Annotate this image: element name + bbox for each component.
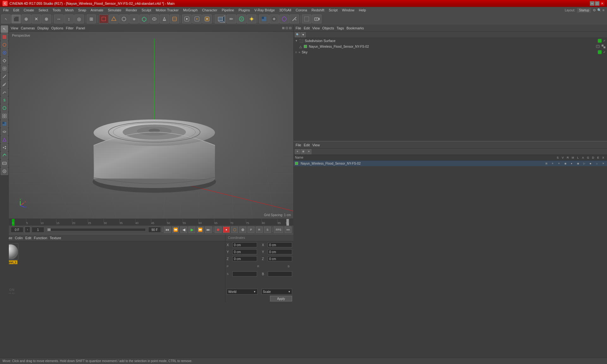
transform-mode-dropdown[interactable]: Scale ▼ bbox=[261, 289, 292, 294]
viewport-canvas[interactable] bbox=[9, 32, 293, 219]
attr-view-menu[interactable]: View bbox=[312, 143, 320, 147]
tree-tag-icon[interactable] bbox=[596, 44, 600, 49]
key-pos-btn[interactable]: P bbox=[248, 227, 254, 233]
vp-menu-options[interactable]: Options bbox=[51, 26, 63, 30]
toolbar-scale-btn[interactable]: ↕ bbox=[64, 15, 74, 23]
toolbar-point-btn[interactable]: ⊕ bbox=[21, 15, 31, 23]
key-rot-btn[interactable]: R bbox=[256, 227, 263, 233]
tool-spline[interactable] bbox=[1, 88, 8, 96]
vp-menu-view[interactable]: View bbox=[11, 26, 18, 30]
toolbar-obj6[interactable] bbox=[150, 15, 159, 23]
tool-s[interactable]: S bbox=[1, 96, 8, 104]
mat-edit-menu[interactable]: Edit bbox=[25, 236, 31, 240]
tool-misc2[interactable] bbox=[1, 167, 8, 175]
attr-edit-menu[interactable]: Edit bbox=[304, 143, 310, 147]
menu-file[interactable]: File bbox=[1, 8, 11, 13]
toolbar-playrender[interactable] bbox=[182, 15, 192, 23]
objects-tree-scroll[interactable]: ▼ ⬛ Subdivision Surface ✓ △ Nayun_Wirele… bbox=[294, 38, 607, 135]
toolbar-object-btn[interactable]: ⬛ bbox=[11, 15, 21, 23]
tool-extrude[interactable] bbox=[1, 57, 8, 64]
layout-icons[interactable]: ⚙ 🔍 ≡ bbox=[593, 8, 604, 12]
menu-sculpt[interactable]: Sculpt bbox=[140, 8, 153, 13]
toolbar-knife[interactable] bbox=[290, 15, 299, 23]
toolbar-render[interactable] bbox=[192, 15, 202, 23]
menu-mograph[interactable]: MoGraph bbox=[181, 8, 199, 13]
tree-sky-vis[interactable] bbox=[598, 50, 602, 54]
tool-knife[interactable] bbox=[1, 73, 8, 80]
objects-view-menu[interactable]: View bbox=[312, 26, 320, 30]
toolbar-obj4[interactable]: ⊕ bbox=[129, 15, 139, 23]
go-start-btn[interactable]: ⏮ bbox=[164, 227, 171, 233]
tool-multi[interactable] bbox=[1, 144, 8, 151]
tree-vis-check[interactable]: ✓ bbox=[603, 39, 606, 42]
toolbar-obj1[interactable] bbox=[99, 15, 108, 23]
key-all-btn[interactable]: ⬡ bbox=[231, 227, 238, 233]
apply-button[interactable]: Apply bbox=[270, 296, 292, 301]
menu-plugins[interactable]: Plugins bbox=[236, 8, 252, 13]
toolbar-add-btn[interactable]: ⊞ bbox=[87, 15, 96, 23]
vp-expand-btn[interactable]: ⊠ ⊡ ⊟ bbox=[282, 26, 291, 30]
coord-x-pos[interactable]: 0 cm bbox=[232, 242, 257, 247]
tool-pen[interactable] bbox=[1, 81, 8, 88]
objects-objects-menu[interactable]: Objects bbox=[322, 26, 334, 30]
vp-menu-panel[interactable]: Panel bbox=[76, 26, 85, 30]
coord-x-rot[interactable]: 0 cm bbox=[268, 242, 292, 247]
auto-key-btn[interactable]: ● bbox=[223, 227, 230, 233]
toolbar-deformer[interactable] bbox=[170, 15, 179, 23]
toolbar-move-btn[interactable]: ↔ bbox=[54, 15, 64, 23]
coord-sb[interactable] bbox=[268, 271, 292, 276]
menu-render[interactable]: Render bbox=[124, 8, 139, 13]
key-scl-btn[interactable]: S bbox=[264, 227, 271, 233]
menu-snap[interactable]: Snap bbox=[76, 8, 88, 13]
play-btn[interactable]: ▶ bbox=[188, 227, 195, 233]
mat-function-menu[interactable]: Function bbox=[34, 236, 47, 240]
tree-item-sky[interactable]: ○ ● Sky ✓ bbox=[294, 49, 607, 55]
menu-edit[interactable]: Edit bbox=[11, 8, 21, 13]
current-frame-field[interactable]: 0 F bbox=[11, 227, 23, 233]
toolbar-texture[interactable] bbox=[259, 15, 269, 23]
step-back-btn[interactable]: ⏪ bbox=[172, 227, 179, 233]
objects-tags-menu[interactable]: Tags bbox=[337, 26, 344, 30]
coord-y-pos[interactable]: 0 cm bbox=[232, 249, 257, 254]
objects-file-menu[interactable]: File bbox=[296, 26, 301, 30]
timeline-mode-btn[interactable]: ≡≡ bbox=[285, 227, 291, 233]
toolbar-light[interactable] bbox=[247, 15, 256, 23]
menu-select[interactable]: Select bbox=[37, 8, 50, 13]
attr-col-l-val[interactable]: ● bbox=[569, 162, 574, 165]
keyframe-btn[interactable]: ↑ bbox=[25, 227, 30, 233]
tool-select[interactable]: ↖ bbox=[1, 25, 8, 33]
attr-col-x-val[interactable]: ✕ bbox=[601, 162, 606, 165]
tool-path[interactable] bbox=[1, 128, 8, 136]
record-btn[interactable]: ⏺ bbox=[215, 227, 222, 233]
menu-mesh[interactable]: Mesh bbox=[63, 8, 76, 13]
menu-vray[interactable]: V-Ray Bridge bbox=[253, 8, 277, 13]
tool-rotate[interactable] bbox=[1, 49, 8, 57]
toolbar-obj3[interactable] bbox=[119, 15, 129, 23]
tree-green-dot[interactable] bbox=[598, 39, 602, 43]
time-slider[interactable] bbox=[47, 228, 146, 231]
go-end-btn[interactable]: ⏭ bbox=[205, 227, 212, 233]
close-button[interactable]: ✕ bbox=[600, 1, 604, 6]
coord-system-dropdown[interactable]: World ▼ bbox=[227, 289, 258, 294]
minimize-button[interactable]: ─ bbox=[590, 1, 594, 6]
vp-menu-filter[interactable]: Filter bbox=[66, 26, 73, 30]
attr-col-m-val[interactable]: ◉ bbox=[563, 162, 568, 165]
keyframe-field[interactable]: 1 bbox=[32, 227, 44, 233]
toolbar-poly-btn[interactable]: ⊗ bbox=[42, 15, 51, 23]
menu-redshift[interactable]: Redshift bbox=[310, 8, 326, 13]
toolbar-renderregion[interactable] bbox=[302, 15, 311, 23]
attr-col-s-val[interactable]: ⊞ bbox=[544, 162, 549, 165]
objects-edit-menu[interactable]: Edit bbox=[304, 26, 310, 30]
menu-script[interactable]: Script bbox=[327, 8, 340, 13]
tool-sculpt3[interactable] bbox=[1, 152, 8, 159]
toolbar-obj5[interactable] bbox=[139, 15, 149, 23]
menu-simulate[interactable]: Simulate bbox=[106, 8, 123, 13]
attr-col-a-val[interactable]: ◉ bbox=[575, 162, 580, 165]
mat-texture-menu[interactable]: Texture bbox=[50, 236, 61, 240]
menu-window[interactable]: Window bbox=[340, 8, 356, 13]
tool-grid[interactable] bbox=[1, 112, 8, 120]
attr-tb-btn2[interactable]: ⊞ bbox=[301, 149, 306, 154]
toolbar-cam[interactable] bbox=[312, 15, 322, 23]
toolbar-shader2[interactable] bbox=[279, 15, 289, 23]
tool-circle[interactable] bbox=[1, 104, 8, 112]
